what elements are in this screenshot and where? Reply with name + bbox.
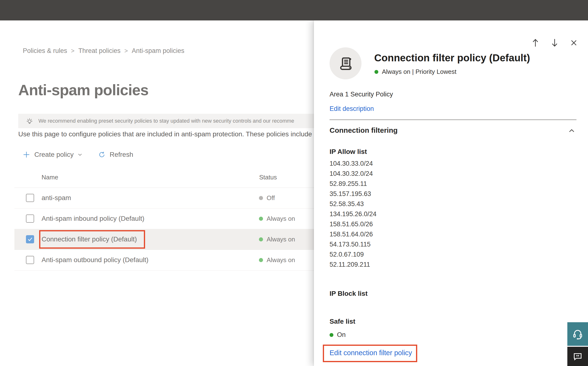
row-checkbox[interactable] xyxy=(26,256,34,264)
status-label: Always on xyxy=(267,256,295,264)
policy-name: Anti-spam inbound policy (Default) xyxy=(42,208,144,229)
section-title-connection-filtering: Connection filtering xyxy=(330,126,397,134)
policy-description: Area 1 Security Policy xyxy=(330,91,393,98)
collapse-section-button[interactable] xyxy=(568,127,576,135)
arrow-down-icon xyxy=(550,38,559,48)
status-label: Always on xyxy=(267,236,295,243)
edit-connection-filter-policy-link[interactable]: Edit connection filter policy xyxy=(330,349,412,357)
feedback-button[interactable] xyxy=(567,347,588,366)
status-dot-off xyxy=(259,196,263,200)
ip-address: 104.30.33.0/24 xyxy=(330,159,376,168)
next-item-button[interactable] xyxy=(550,37,559,48)
breadcrumb-threat-policies[interactable]: Threat policies xyxy=(78,47,121,55)
toolbar: Create policy Refresh xyxy=(22,149,133,161)
refresh-button[interactable]: Refresh xyxy=(98,149,133,161)
status-cell: Always on xyxy=(259,229,295,250)
status-cell: Always on xyxy=(259,208,295,229)
breadcrumb-policies-rules[interactable]: Policies & rules xyxy=(23,47,67,55)
page-description: Use this page to configure policies that… xyxy=(18,130,328,138)
ip-address: 104.30.32.0/24 xyxy=(330,168,376,179)
refresh-icon xyxy=(98,151,106,159)
breadcrumb-separator: > xyxy=(67,47,79,54)
table-row-selected[interactable]: Connection filter policy (Default) Alway… xyxy=(15,229,322,250)
status-dot-on xyxy=(259,237,263,241)
top-app-bar: ? M xyxy=(0,0,588,20)
scroll-policy-icon xyxy=(337,55,354,72)
ip-block-list-heading: IP Block list xyxy=(330,290,368,297)
panel-status-text: Always on | Priority Lowest xyxy=(382,68,456,76)
status-cell: Always on xyxy=(259,250,295,270)
ip-address: 54.173.50.115 xyxy=(330,239,376,249)
column-header-name[interactable]: Name xyxy=(42,167,58,188)
refresh-label: Refresh xyxy=(110,151,133,159)
support-button[interactable] xyxy=(567,322,588,346)
panel-status-line: Always on | Priority Lowest xyxy=(375,68,456,76)
table-row[interactable]: Anti-spam inbound policy (Default) Alway… xyxy=(15,208,322,229)
create-policy-button[interactable]: Create policy xyxy=(22,149,83,161)
arrow-up-icon xyxy=(531,38,540,48)
recommendation-banner: We recommend enabling preset security po… xyxy=(18,114,328,128)
ip-address: 52.0.67.109 xyxy=(330,249,376,259)
safe-list-status: On xyxy=(330,331,346,339)
banner-text: We recommend enabling preset security po… xyxy=(38,118,294,124)
previous-item-button[interactable] xyxy=(531,37,540,48)
ip-allow-list: 104.30.33.0/24104.30.32.0/2452.89.255.11… xyxy=(330,159,376,270)
status-cell: Off xyxy=(259,188,275,208)
row-checkbox[interactable] xyxy=(26,214,34,223)
details-flyout-panel: Connection filter policy (Default) Alway… xyxy=(314,20,588,366)
policy-avatar xyxy=(330,47,361,79)
close-icon xyxy=(570,38,578,47)
table-row[interactable]: anti-spam Off xyxy=(15,188,322,208)
ip-address: 52.11.209.211 xyxy=(330,259,376,270)
table-header: Name Status xyxy=(15,167,322,188)
lightbulb-icon xyxy=(25,117,34,125)
status-dot-on xyxy=(259,258,263,262)
edit-description-link[interactable]: Edit description xyxy=(330,105,374,113)
safe-list-heading: Safe list xyxy=(330,318,355,325)
policy-name: Connection filter policy (Default) xyxy=(42,229,137,250)
ip-address: 52.89.255.11 xyxy=(330,179,376,189)
ip-address: 158.51.64.0/26 xyxy=(330,229,376,239)
breadcrumb-anti-spam-policies[interactable]: Anti-spam policies xyxy=(132,47,184,55)
ip-address: 35.157.195.63 xyxy=(330,189,376,199)
table-row[interactable]: Anti-spam outbound policy (Default) Alwa… xyxy=(15,250,322,271)
create-policy-label: Create policy xyxy=(34,151,74,159)
section-divider xyxy=(330,120,576,120)
headset-icon xyxy=(572,328,584,340)
panel-nav xyxy=(531,37,579,48)
ip-address: 52.58.35.43 xyxy=(330,199,376,209)
row-checkbox[interactable] xyxy=(26,194,34,202)
page-title: Anti-spam policies xyxy=(18,81,148,99)
chevron-down-icon xyxy=(77,152,83,158)
close-panel-button[interactable] xyxy=(569,37,579,48)
column-header-status[interactable]: Status xyxy=(259,167,277,188)
topbar-icon-group: ? M xyxy=(487,0,588,20)
ip-address: 158.51.65.0/26 xyxy=(330,219,376,229)
policy-name: Anti-spam outbound policy (Default) xyxy=(42,250,148,270)
breadcrumb: Policies & rules > Threat policies > Ant… xyxy=(23,47,184,55)
status-dot-on xyxy=(330,333,333,337)
status-dot-always-on xyxy=(375,70,378,74)
status-label: Off xyxy=(267,194,275,202)
status-label: Always on xyxy=(267,215,295,222)
breadcrumb-separator: > xyxy=(121,47,132,54)
row-checkbox-checked[interactable] xyxy=(26,235,34,243)
ip-address: 134.195.26.0/24 xyxy=(330,209,376,219)
status-dot-on xyxy=(259,217,263,221)
chat-feedback-icon xyxy=(572,351,583,362)
ip-allow-list-heading: IP Allow list xyxy=(330,148,367,156)
safe-list-status-label: On xyxy=(337,331,346,339)
panel-title: Connection filter policy (Default) xyxy=(374,52,530,64)
plus-icon xyxy=(22,151,30,159)
policy-name: anti-spam xyxy=(42,188,71,208)
